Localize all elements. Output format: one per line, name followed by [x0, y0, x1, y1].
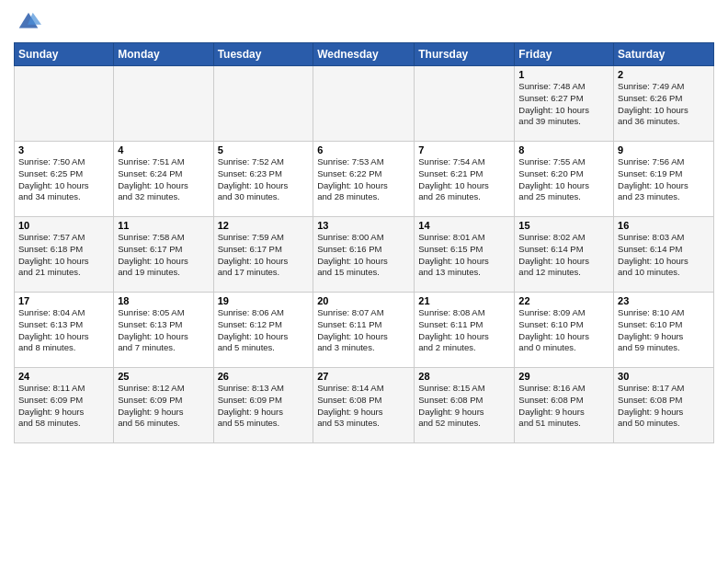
day-number: 2: [618, 69, 710, 80]
calendar-cell: 20Sunrise: 8:07 AM Sunset: 6:11 PM Dayli…: [313, 293, 415, 368]
calendar-cell: [15, 66, 114, 142]
calendar-cell: 17Sunrise: 8:04 AM Sunset: 6:13 PM Dayli…: [15, 293, 114, 368]
day-number: 17: [18, 295, 109, 306]
day-number: 13: [317, 220, 410, 231]
day-info: Sunrise: 8:16 AM Sunset: 6:08 PM Dayligh…: [518, 383, 609, 430]
day-number: 27: [317, 371, 410, 382]
calendar-cell: 22Sunrise: 8:09 AM Sunset: 6:10 PM Dayli…: [515, 293, 614, 368]
day-number: 24: [18, 371, 109, 382]
calendar-cell: 25Sunrise: 8:12 AM Sunset: 6:09 PM Dayli…: [114, 368, 213, 443]
day-number: 3: [18, 144, 109, 155]
calendar-cell: 11Sunrise: 7:58 AM Sunset: 6:17 PM Dayli…: [114, 217, 213, 293]
calendar-cell: 26Sunrise: 8:13 AM Sunset: 6:09 PM Dayli…: [213, 368, 313, 443]
day-number: 29: [518, 371, 609, 382]
calendar-cell: 7Sunrise: 7:54 AM Sunset: 6:21 PM Daylig…: [415, 142, 515, 217]
day-number: 22: [518, 295, 609, 306]
logo: [14, 9, 41, 35]
calendar-cell: 23Sunrise: 8:10 AM Sunset: 6:10 PM Dayli…: [614, 293, 714, 368]
calendar-cell: 18Sunrise: 8:05 AM Sunset: 6:13 PM Dayli…: [114, 293, 213, 368]
day-info: Sunrise: 7:56 AM Sunset: 6:19 PM Dayligh…: [618, 156, 710, 203]
day-info: Sunrise: 8:02 AM Sunset: 6:14 PM Dayligh…: [518, 232, 609, 279]
day-info: Sunrise: 8:01 AM Sunset: 6:15 PM Dayligh…: [418, 232, 510, 279]
calendar-cell: 5Sunrise: 7:52 AM Sunset: 6:23 PM Daylig…: [213, 142, 313, 217]
day-info: Sunrise: 7:55 AM Sunset: 6:20 PM Dayligh…: [518, 156, 609, 203]
calendar-cell: 12Sunrise: 7:59 AM Sunset: 6:17 PM Dayli…: [213, 217, 313, 293]
calendar-cell: 21Sunrise: 8:08 AM Sunset: 6:11 PM Dayli…: [415, 293, 515, 368]
day-number: 19: [218, 295, 310, 306]
day-number: 26: [218, 371, 310, 382]
day-info: Sunrise: 7:48 AM Sunset: 6:27 PM Dayligh…: [518, 81, 609, 128]
dow-header: Saturday: [614, 43, 714, 66]
calendar-cell: 27Sunrise: 8:14 AM Sunset: 6:08 PM Dayli…: [313, 368, 415, 443]
calendar-cell: 29Sunrise: 8:16 AM Sunset: 6:08 PM Dayli…: [515, 368, 614, 443]
day-info: Sunrise: 8:00 AM Sunset: 6:16 PM Dayligh…: [317, 232, 410, 279]
calendar-cell: 16Sunrise: 8:03 AM Sunset: 6:14 PM Dayli…: [614, 217, 714, 293]
calendar-cell: [415, 66, 515, 142]
day-info: Sunrise: 8:06 AM Sunset: 6:12 PM Dayligh…: [218, 307, 310, 354]
dow-header: Tuesday: [213, 43, 313, 66]
day-number: 15: [518, 220, 609, 231]
calendar-cell: 1Sunrise: 7:48 AM Sunset: 6:27 PM Daylig…: [515, 66, 614, 142]
calendar-cell: [213, 66, 313, 142]
day-info: Sunrise: 7:59 AM Sunset: 6:17 PM Dayligh…: [218, 232, 310, 279]
calendar-cell: 4Sunrise: 7:51 AM Sunset: 6:24 PM Daylig…: [114, 142, 213, 217]
dow-header: Monday: [114, 43, 213, 66]
calendar-cell: 3Sunrise: 7:50 AM Sunset: 6:25 PM Daylig…: [15, 142, 114, 217]
day-number: 4: [118, 144, 209, 155]
day-info: Sunrise: 7:52 AM Sunset: 6:23 PM Dayligh…: [218, 156, 310, 203]
day-info: Sunrise: 8:10 AM Sunset: 6:10 PM Dayligh…: [618, 307, 710, 354]
day-number: 7: [418, 144, 510, 155]
calendar-cell: 30Sunrise: 8:17 AM Sunset: 6:08 PM Dayli…: [614, 368, 714, 443]
day-number: 10: [18, 220, 109, 231]
calendar-cell: 6Sunrise: 7:53 AM Sunset: 6:22 PM Daylig…: [313, 142, 415, 217]
day-info: Sunrise: 7:57 AM Sunset: 6:18 PM Dayligh…: [18, 232, 109, 279]
day-info: Sunrise: 8:03 AM Sunset: 6:14 PM Dayligh…: [618, 232, 710, 279]
dow-header: Sunday: [15, 43, 114, 66]
day-info: Sunrise: 7:54 AM Sunset: 6:21 PM Dayligh…: [418, 156, 510, 203]
calendar-cell: 2Sunrise: 7:49 AM Sunset: 6:26 PM Daylig…: [614, 66, 714, 142]
day-info: Sunrise: 7:49 AM Sunset: 6:26 PM Dayligh…: [618, 81, 710, 128]
calendar-cell: 13Sunrise: 8:00 AM Sunset: 6:16 PM Dayli…: [313, 217, 415, 293]
calendar-cell: 14Sunrise: 8:01 AM Sunset: 6:15 PM Dayli…: [415, 217, 515, 293]
day-info: Sunrise: 7:53 AM Sunset: 6:22 PM Dayligh…: [317, 156, 410, 203]
logo-icon: [16, 9, 41, 35]
day-number: 6: [317, 144, 410, 155]
calendar-cell: [313, 66, 415, 142]
day-info: Sunrise: 7:50 AM Sunset: 6:25 PM Dayligh…: [18, 156, 109, 203]
day-number: 21: [418, 295, 510, 306]
calendar-cell: 15Sunrise: 8:02 AM Sunset: 6:14 PM Dayli…: [515, 217, 614, 293]
day-number: 30: [618, 371, 710, 382]
dow-header: Wednesday: [313, 43, 415, 66]
day-info: Sunrise: 8:17 AM Sunset: 6:08 PM Dayligh…: [618, 383, 710, 430]
day-info: Sunrise: 8:08 AM Sunset: 6:11 PM Dayligh…: [418, 307, 510, 354]
day-number: 16: [618, 220, 710, 231]
day-info: Sunrise: 8:13 AM Sunset: 6:09 PM Dayligh…: [218, 383, 310, 430]
day-info: Sunrise: 8:07 AM Sunset: 6:11 PM Dayligh…: [317, 307, 410, 354]
calendar-cell: 28Sunrise: 8:15 AM Sunset: 6:08 PM Dayli…: [415, 368, 515, 443]
day-info: Sunrise: 7:58 AM Sunset: 6:17 PM Dayligh…: [118, 232, 209, 279]
day-info: Sunrise: 8:04 AM Sunset: 6:13 PM Dayligh…: [18, 307, 109, 354]
day-info: Sunrise: 8:15 AM Sunset: 6:08 PM Dayligh…: [418, 383, 510, 430]
day-number: 11: [118, 220, 209, 231]
day-number: 12: [218, 220, 310, 231]
day-number: 14: [418, 220, 510, 231]
page: SundayMondayTuesdayWednesdayThursdayFrid…: [0, 0, 728, 563]
calendar-cell: 24Sunrise: 8:11 AM Sunset: 6:09 PM Dayli…: [15, 368, 114, 443]
day-info: Sunrise: 8:09 AM Sunset: 6:10 PM Dayligh…: [518, 307, 609, 354]
day-info: Sunrise: 8:14 AM Sunset: 6:08 PM Dayligh…: [317, 383, 410, 430]
day-info: Sunrise: 8:12 AM Sunset: 6:09 PM Dayligh…: [118, 383, 209, 430]
calendar-cell: 9Sunrise: 7:56 AM Sunset: 6:19 PM Daylig…: [614, 142, 714, 217]
header: [14, 9, 714, 35]
day-info: Sunrise: 8:11 AM Sunset: 6:09 PM Dayligh…: [18, 383, 109, 430]
calendar-cell: 19Sunrise: 8:06 AM Sunset: 6:12 PM Dayli…: [213, 293, 313, 368]
day-number: 23: [618, 295, 710, 306]
day-number: 9: [618, 144, 710, 155]
calendar-cell: 8Sunrise: 7:55 AM Sunset: 6:20 PM Daylig…: [515, 142, 614, 217]
calendar: SundayMondayTuesdayWednesdayThursdayFrid…: [14, 42, 714, 443]
day-number: 28: [418, 371, 510, 382]
day-number: 25: [118, 371, 209, 382]
calendar-cell: 10Sunrise: 7:57 AM Sunset: 6:18 PM Dayli…: [15, 217, 114, 293]
dow-header: Thursday: [415, 43, 515, 66]
dow-header: Friday: [515, 43, 614, 66]
day-number: 1: [518, 69, 609, 80]
